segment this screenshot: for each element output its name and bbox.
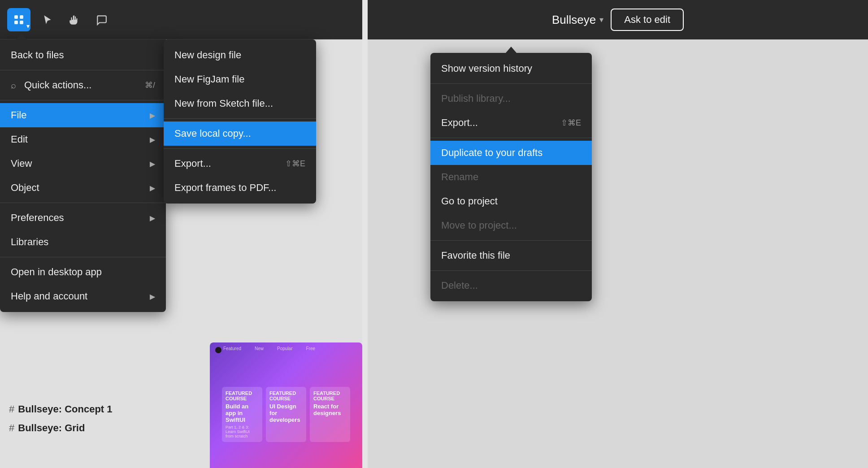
hand-tool[interactable] <box>65 10 84 30</box>
figma-logo-button[interactable]: ▾ <box>7 8 30 31</box>
menu-divider-1 <box>0 70 166 70</box>
right-dropdown-menu: Show version history Publish library... … <box>430 53 592 301</box>
go-to-project-item[interactable]: Go to project <box>430 189 592 213</box>
right-divider-3 <box>430 240 592 241</box>
file-submenu: New design file New FigJam file New from… <box>164 39 316 204</box>
favorite-file-item[interactable]: Favorite this file <box>430 243 592 268</box>
delete-item: Delete... <box>430 273 592 298</box>
new-from-sketch-item[interactable]: New from Sketch file... <box>164 91 316 116</box>
duplicate-drafts-item[interactable]: Duplicate to your drafts <box>430 141 592 165</box>
svg-rect-2 <box>14 21 18 24</box>
left-menu-caret <box>16 33 27 39</box>
svg-rect-1 <box>20 15 23 19</box>
frame-label-grid: # Bullseye: Grid <box>9 422 113 434</box>
save-local-copy-item[interactable]: Save local copy... <box>164 121 316 146</box>
file-menu-item[interactable]: File ▶ <box>0 103 166 127</box>
libraries-menu-item[interactable]: Libraries <box>0 230 166 254</box>
project-caret-icon: ▾ <box>599 15 603 25</box>
sub-divider-2 <box>164 148 316 149</box>
preferences-arrow-icon: ▶ <box>150 214 155 222</box>
thumb-card-3: FEATURED COURSE React for designers <box>310 387 350 442</box>
left-panel: ▾ # Bullseye: Concept 1 # <box>0 0 362 468</box>
menu-divider-4 <box>0 257 166 257</box>
back-to-files-item[interactable]: Back to files <box>0 43 166 67</box>
comment-tool[interactable] <box>91 10 111 30</box>
thumb-card-1: FEATURED COURSE Build an app in SwiftUI … <box>222 387 262 442</box>
right-divider-4 <box>430 270 592 271</box>
thumb-card-2: FEATURED COURSE UI Design for developers <box>266 387 306 442</box>
move-to-project-item: Move to project... <box>430 213 592 238</box>
search-icon: ⌕ <box>11 80 16 91</box>
edit-menu-item[interactable]: Edit ▶ <box>0 127 166 152</box>
right-export-item[interactable]: Export... ⇧⌘E <box>430 111 592 135</box>
right-canvas: Show version history Publish library... … <box>368 39 868 468</box>
object-menu-item[interactable]: Object ▶ <box>0 176 166 200</box>
edit-arrow-icon: ▶ <box>150 135 155 144</box>
sub-divider-1 <box>164 118 316 119</box>
svg-rect-0 <box>14 15 18 19</box>
help-account-item[interactable]: Help and account ▶ <box>0 284 166 308</box>
right-menu-caret <box>506 47 516 53</box>
help-arrow-icon: ▶ <box>150 292 155 301</box>
view-arrow-icon: ▶ <box>150 160 155 168</box>
rename-item: Rename <box>430 165 592 189</box>
right-panel: Bullseye ▾ Ask to edit Show version hist… <box>368 0 868 468</box>
quick-actions-item[interactable]: ⌕ Quick actions... ⌘/ <box>0 73 166 97</box>
menu-divider-2 <box>0 100 166 100</box>
svg-rect-3 <box>20 21 23 24</box>
file-arrow-icon: ▶ <box>150 111 155 120</box>
move-tool[interactable] <box>38 10 57 30</box>
export-item[interactable]: Export... ⇧⌘E <box>164 152 316 176</box>
thumbnail-preview: Featured New Popular Free FEATURED COURS… <box>210 342 362 468</box>
open-desktop-item[interactable]: Open in desktop app <box>0 260 166 284</box>
left-dropdown-menu: Back to files ⌕ Quick actions... ⌘/ File… <box>0 39 166 312</box>
project-name-button[interactable]: Bullseye ▾ <box>552 13 603 27</box>
frame-labels: # Bullseye: Concept 1 # Bullseye: Grid <box>9 403 113 441</box>
new-figjam-item[interactable]: New FigJam file <box>164 67 316 91</box>
ask-to-edit-button[interactable]: Ask to edit <box>611 9 684 31</box>
preferences-menu-item[interactable]: Preferences ▶ <box>0 206 166 230</box>
right-toolbar: Bullseye ▾ Ask to edit <box>368 0 868 39</box>
right-divider-1 <box>430 83 592 84</box>
right-divider-2 <box>430 138 592 138</box>
menu-divider-3 <box>0 203 166 203</box>
new-design-file-item[interactable]: New design file <box>164 43 316 67</box>
left-toolbar: ▾ <box>0 0 362 39</box>
view-menu-item[interactable]: View ▶ <box>0 152 166 176</box>
frame-label-concept: # Bullseye: Concept 1 <box>9 403 113 415</box>
object-arrow-icon: ▶ <box>150 184 155 192</box>
publish-library-item: Publish library... <box>430 87 592 111</box>
show-version-history-item[interactable]: Show version history <box>430 56 592 81</box>
export-frames-pdf-item[interactable]: Export frames to PDF... <box>164 176 316 200</box>
